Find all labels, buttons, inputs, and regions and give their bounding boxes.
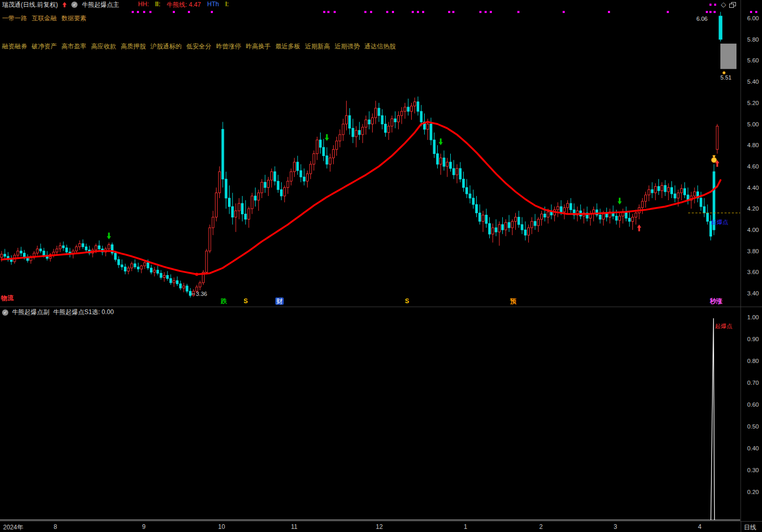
event-marker[interactable]: 预 [510, 297, 516, 305]
candle-body [388, 126, 390, 133]
status-tag[interactable]: 昨高换手 [246, 42, 271, 51]
candle-body [238, 203, 240, 211]
candle-body [297, 162, 299, 171]
status-tag[interactable]: 低安全分 [186, 42, 211, 51]
breakout-level-label: 起爆点 [711, 219, 728, 225]
candle-body [141, 266, 143, 269]
signal-dot [452, 11, 454, 13]
candle-body [482, 215, 484, 222]
status-tag[interactable]: 近期新高 [305, 42, 330, 51]
candle-body [281, 190, 283, 196]
candle-body [544, 214, 546, 217]
period-label[interactable]: 日线 [744, 523, 756, 532]
candle-body [134, 264, 136, 267]
candle-body [186, 286, 188, 291]
candle-body [563, 207, 565, 212]
sub-axis-label: 0.90 [747, 336, 759, 342]
candle-body [82, 243, 84, 246]
concept-tag[interactable]: 数据要素 [61, 14, 86, 23]
status-tag[interactable]: 最近多板 [275, 42, 300, 51]
candle-body [443, 158, 445, 166]
status-tag[interactable]: 高质押股 [121, 42, 146, 51]
candle-body [567, 203, 569, 207]
candle-body [206, 251, 208, 273]
bull-bear-line-dot [49, 254, 52, 257]
spike-label: 起爆点 [715, 323, 732, 329]
candle-body [180, 284, 182, 288]
status-tag[interactable]: 近期强势 [335, 42, 360, 51]
candle-body [170, 279, 172, 283]
candle-body [85, 247, 87, 250]
candle-body [570, 203, 572, 210]
event-marker[interactable]: 物流 [1, 294, 14, 302]
event-marker[interactable]: 秒涨 [710, 297, 722, 305]
main-indicator-name[interactable]: 牛熊起爆点主 [82, 1, 119, 9]
candle-body [43, 251, 45, 255]
sell-signal-arrow-icon [618, 198, 622, 204]
candle-body [160, 273, 162, 277]
candle-body [287, 181, 289, 187]
signal-dot [173, 11, 175, 13]
status-tag[interactable]: 高应收款 [91, 42, 116, 51]
window-layout-icon[interactable] [729, 2, 736, 8]
candle-body [505, 223, 507, 230]
candle-body [355, 131, 357, 137]
event-marker[interactable]: S [405, 297, 409, 305]
candle-body [349, 115, 351, 128]
status-tag[interactable]: 通达信热股 [364, 42, 396, 51]
diamond-icon[interactable]: ◇ [721, 1, 726, 8]
box-price-label: 5.51 [720, 74, 731, 81]
status-tag[interactable]: 高市盈率 [61, 42, 86, 51]
candle-body [531, 222, 533, 228]
candle-body [215, 193, 218, 217]
candle-body [277, 181, 279, 189]
price-axis-label: 4.40 [747, 185, 759, 191]
candle-body [706, 213, 708, 221]
candle-body [437, 153, 439, 164]
sell-signal-arrow-icon [325, 134, 329, 141]
candle-body [248, 209, 250, 219]
candle-body [209, 228, 211, 251]
event-marker[interactable]: 财 [275, 297, 284, 305]
candle-body [320, 140, 322, 147]
axis-divider [741, 522, 741, 532]
title-signal-dot [709, 4, 712, 6]
candle-body [560, 206, 562, 212]
candle-body [534, 222, 536, 226]
candle-body [121, 265, 123, 267]
concept-tag[interactable]: 一带一路 [2, 14, 27, 23]
candle-body [339, 135, 341, 141]
status-tag[interactable]: 沪股通标的 [150, 42, 182, 51]
axis-month-label: 11 [291, 523, 297, 530]
signal-dot [706, 11, 708, 13]
price-axis-label: 4.60 [747, 163, 759, 170]
sell-signal-arrow-icon [107, 232, 111, 239]
axis-month-label: 2024年 [3, 523, 23, 532]
event-marker[interactable]: 跌 [221, 297, 227, 305]
money-bag-icon [712, 158, 717, 163]
candle-body [677, 193, 679, 198]
candle-body [17, 251, 19, 255]
price-axis-label: 4.80 [747, 142, 759, 148]
concept-tag[interactable]: 互联金融 [32, 14, 57, 23]
event-marker[interactable]: S [244, 297, 248, 305]
candle-body [537, 219, 539, 226]
low-price-label: 3.36 [196, 291, 207, 297]
candle-body [365, 120, 367, 127]
stock-title[interactable]: 瑞茂通(日线.前复权) [2, 1, 58, 9]
candle-body [150, 268, 153, 272]
candle-body [476, 204, 478, 213]
candle-body [645, 195, 647, 201]
candle-body [472, 198, 474, 204]
signal-dot [149, 11, 151, 13]
chart-canvas[interactable]: 3.366.065.51起爆点6.005.805.605.405.205.004… [0, 0, 762, 532]
candle-body [20, 251, 22, 253]
window-layout-icon-front [729, 4, 734, 8]
candle-body [346, 115, 348, 124]
status-tag[interactable]: 融资融券 [2, 42, 27, 51]
candle-body [108, 244, 110, 249]
status-tag[interactable]: 昨曾涨停 [216, 42, 241, 51]
sub-indicator-name[interactable]: 牛熊起爆点副 [12, 308, 49, 317]
candle-body [193, 291, 195, 295]
status-tag[interactable]: 破净资产 [32, 42, 57, 51]
